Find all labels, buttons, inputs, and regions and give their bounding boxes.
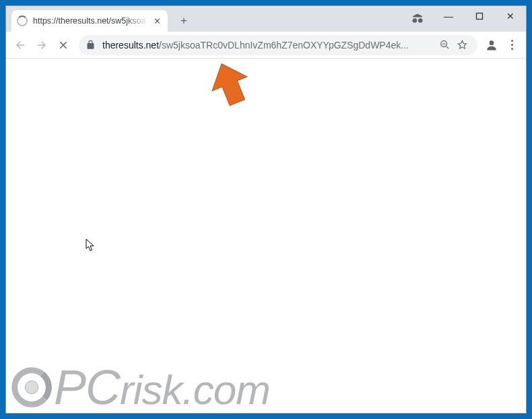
loading-spinner-icon [17, 15, 28, 26]
close-window-button[interactable]: ✕ [495, 6, 526, 26]
browser-window: https://theresults.net/sw5jksoaTR ✕ + — … [5, 5, 527, 414]
url-text: theresults.net/sw5jksoaTRc0vDLhnIvZm6hZ7… [102, 40, 436, 51]
zoom-icon[interactable] [436, 36, 453, 54]
lock-icon [86, 40, 96, 50]
cursor-icon [86, 238, 96, 252]
forward-button[interactable] [32, 35, 52, 55]
maximize-button[interactable] [464, 6, 495, 26]
tab-title: https://theresults.net/sw5jksoaTR [33, 16, 149, 26]
browser-tab[interactable]: https://theresults.net/sw5jksoaTR ✕ [11, 10, 168, 32]
new-tab-button[interactable]: + [174, 11, 193, 30]
pointer-annotation-icon [209, 61, 251, 106]
incognito-icon [409, 10, 426, 28]
bookmark-star-icon[interactable] [453, 36, 471, 54]
page-content [6, 59, 526, 413]
window-controls: — ✕ [433, 6, 526, 26]
address-bar[interactable]: theresults.net/sw5jksoaTRc0vDLhnIvZm6hZ7… [79, 35, 477, 55]
toolbar: theresults.net/sw5jksoaTRc0vDLhnIvZm6hZ7… [6, 32, 526, 59]
tab-close-button[interactable]: ✕ [152, 15, 162, 26]
stop-button[interactable] [53, 35, 73, 55]
back-button[interactable] [10, 35, 30, 55]
minimize-button[interactable]: — [433, 6, 464, 26]
titlebar: https://theresults.net/sw5jksoaTR ✕ + — … [6, 6, 526, 32]
svg-point-4 [490, 40, 494, 45]
svg-line-2 [446, 46, 448, 49]
url-host: theresults.net [102, 40, 159, 51]
url-path: /sw5jksoaTRc0vDLhnIvZm6hZ7enOXYYpGZSgDdW… [159, 40, 409, 51]
toolbar-right [483, 35, 522, 55]
menu-button[interactable] [502, 35, 522, 55]
svg-rect-0 [477, 13, 483, 20]
profile-avatar-icon[interactable] [483, 36, 500, 54]
